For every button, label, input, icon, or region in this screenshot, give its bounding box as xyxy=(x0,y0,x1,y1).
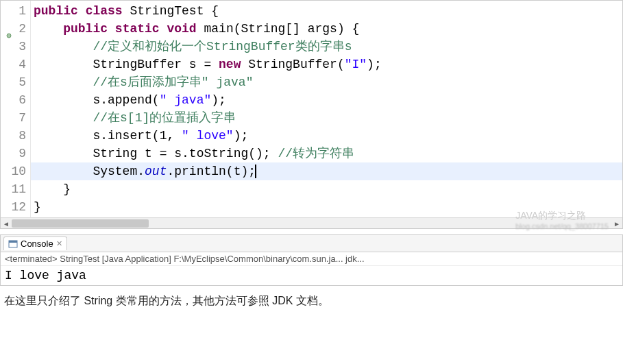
code-line[interactable]: String t = s.toString(); //转为字符串 xyxy=(31,145,622,162)
code-line[interactable]: StringBuffer s = new StringBuffer("I"); xyxy=(31,56,622,73)
line-number: 6 xyxy=(8,91,26,109)
console-panel: Console ✕ <terminated> StringTest [Java … xyxy=(0,234,623,286)
close-icon[interactable]: ✕ xyxy=(56,239,62,248)
code-line[interactable]: System.out.println(t); xyxy=(31,162,622,180)
code-line[interactable]: } xyxy=(31,180,622,198)
code-line[interactable]: s.insert(1, " love"); xyxy=(31,127,622,145)
line-number: 9 xyxy=(8,145,26,162)
line-number: 7 xyxy=(8,109,26,127)
line-number: 12 xyxy=(8,198,26,216)
line-number: 11 xyxy=(8,180,26,198)
console-tab-label: Console xyxy=(21,239,53,249)
line-number: 2 xyxy=(8,20,26,38)
console-tabs: Console ✕ xyxy=(1,235,622,252)
code-line[interactable]: public static void main(String[] args) { xyxy=(31,20,622,38)
code-line[interactable]: s.append(" java"); xyxy=(31,91,622,109)
line-number: 1 xyxy=(8,2,26,20)
code-line[interactable]: //定义和初始化一个StringBuffer类的字串s xyxy=(31,38,622,56)
scroll-right-arrow[interactable]: ► xyxy=(611,218,622,229)
console-icon xyxy=(8,239,18,249)
scroll-left-arrow[interactable]: ◄ xyxy=(1,218,12,229)
svg-rect-2 xyxy=(9,241,17,243)
line-number: 5 xyxy=(8,73,26,91)
console-output: I love java xyxy=(1,266,622,285)
console-tab[interactable]: Console ✕ xyxy=(3,236,67,250)
footer-text: 在这里只介绍了 String 类常用的方法，其他方法可参照 JDK 文档。 xyxy=(0,294,623,308)
text-cursor xyxy=(255,165,256,178)
line-number: 3 xyxy=(8,38,26,56)
code-editor[interactable]: 123456789101112 public class StringTest … xyxy=(0,0,623,229)
console-status: <terminated> StringTest [Java Applicatio… xyxy=(1,252,622,266)
line-number: 4 xyxy=(8,56,26,73)
fold-marker-icon[interactable] xyxy=(6,26,12,32)
line-gutter: 123456789101112 xyxy=(1,1,31,217)
code-line[interactable]: //在s[1]的位置插入字串 xyxy=(31,109,622,127)
code-lines[interactable]: public class StringTest { public static … xyxy=(31,1,622,217)
line-number: 8 xyxy=(8,127,26,145)
line-number: 10 xyxy=(8,162,26,180)
code-line[interactable]: } xyxy=(31,198,622,216)
horizontal-scrollbar[interactable]: ◄ ► xyxy=(1,217,622,228)
code-line[interactable]: public class StringTest { xyxy=(31,2,622,20)
code-line[interactable]: //在s后面添加字串" java" xyxy=(31,73,622,91)
scroll-thumb[interactable] xyxy=(12,219,149,228)
